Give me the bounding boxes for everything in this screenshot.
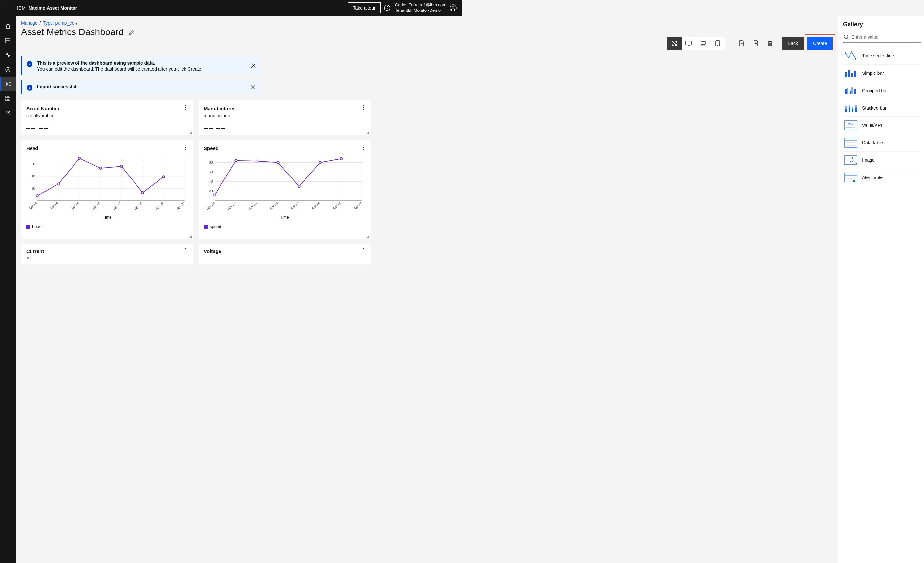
nav-explore-icon[interactable] [0, 63, 16, 76]
svg-rect-19 [9, 96, 10, 98]
card-value [26, 124, 188, 130]
menu-icon[interactable] [0, 0, 16, 16]
info-icon: i [27, 85, 33, 91]
svg-point-65 [141, 192, 144, 194]
svg-text:Apr 18: Apr 18 [134, 201, 143, 210]
svg-text:Apr 20: Apr 20 [176, 201, 185, 210]
card-title: Current [26, 249, 188, 254]
edit-title-icon[interactable] [128, 29, 135, 36]
svg-point-99 [340, 157, 342, 160]
card-title: Head [26, 145, 188, 151]
user-text: Carlos.Ferreira1@ibm.com TenantId: Monit… [395, 2, 446, 13]
y-tick: 100 [26, 256, 188, 260]
svg-text:40: 40 [32, 174, 35, 178]
resize-handle-icon[interactable]: ◢ [189, 130, 192, 134]
user-block[interactable]: Carlos.Ferreira1@ibm.com TenantId: Monit… [395, 2, 457, 13]
close-icon[interactable] [251, 63, 255, 69]
card-speed-chart[interactable]: Speed ⋮ 20406080Apr 13Apr 14Apr 15Apr 16… [198, 140, 371, 238]
svg-text:Apr 14: Apr 14 [227, 201, 237, 210]
overflow-menu-icon[interactable]: ⋮ [183, 250, 189, 252]
svg-point-94 [235, 159, 237, 162]
notification-preview: i This is a preview of the dashboard usi… [21, 57, 260, 75]
notification-import: i Import successful [21, 80, 260, 94]
brand-product: Maximo Asset Monitor [28, 5, 77, 10]
nav-monitor-icon[interactable] [0, 78, 16, 91]
svg-rect-18 [6, 96, 7, 98]
chart-xlabel: Time [204, 215, 366, 220]
svg-point-11 [9, 56, 10, 57]
overflow-menu-icon[interactable]: ⋮ [360, 250, 366, 252]
svg-point-61 [57, 183, 59, 186]
svg-point-23 [9, 112, 10, 113]
svg-text:Apr 20: Apr 20 [353, 201, 363, 210]
svg-point-10 [6, 53, 8, 55]
svg-line-12 [7, 54, 9, 56]
svg-point-96 [277, 162, 279, 164]
svg-text:80: 80 [209, 160, 213, 165]
breadcrumb: Manage / Type: pump_co / [21, 20, 462, 25]
resize-handle-icon[interactable]: ◢ [367, 234, 369, 238]
take-tour-button[interactable]: Take a tour [348, 2, 381, 13]
avatar-icon[interactable] [450, 4, 457, 12]
legend-label: speed [210, 224, 221, 229]
svg-text:60: 60 [209, 170, 213, 174]
nav-users-icon[interactable] [0, 106, 16, 120]
overflow-menu-icon[interactable]: ⋮ [183, 146, 189, 148]
help-icon[interactable]: ? [381, 0, 394, 16]
svg-point-63 [99, 167, 102, 169]
svg-text:40: 40 [209, 180, 213, 183]
legend-label: head [32, 224, 42, 229]
page-title: Asset Metrics Dashboard [21, 27, 124, 37]
svg-text:Apr 17: Apr 17 [112, 201, 122, 210]
card-title: Voltage [204, 249, 366, 254]
svg-point-93 [214, 193, 216, 196]
card-value [204, 124, 366, 130]
svg-text:Apr 13: Apr 13 [28, 201, 38, 210]
svg-rect-20 [6, 99, 7, 101]
resize-handle-icon[interactable]: ◢ [189, 234, 192, 238]
svg-text:Apr 15: Apr 15 [70, 201, 80, 210]
overflow-menu-icon[interactable]: ⋮ [183, 106, 189, 109]
svg-text:Apr 16: Apr 16 [269, 201, 279, 210]
svg-point-64 [120, 165, 123, 168]
nav-apps-icon[interactable] [0, 92, 16, 105]
svg-text:Apr 19: Apr 19 [154, 201, 164, 210]
close-icon[interactable] [251, 85, 255, 90]
brand: IBM Maximo Asset Monitor [17, 5, 77, 10]
resize-handle-icon[interactable]: ◢ [367, 130, 369, 134]
svg-text:20: 20 [32, 186, 35, 190]
card-current[interactable]: Current ⋮ 100 [21, 244, 193, 264]
brand-prefix: IBM [17, 5, 26, 10]
svg-text:Apr 16: Apr 16 [91, 201, 101, 210]
nav-dashboard-icon[interactable] [0, 34, 16, 47]
main-content: Manage / Type: pump_co / Asset Metrics D… [16, 16, 462, 282]
card-title: Speed [204, 145, 366, 151]
nav-connections-icon[interactable] [0, 49, 16, 62]
card-manufacturer[interactable]: Manufacturer manufacturer ⋮ ◢ [198, 100, 371, 135]
svg-text:Apr 15: Apr 15 [248, 201, 258, 210]
svg-text:Apr 13: Apr 13 [206, 201, 216, 210]
svg-point-62 [78, 157, 81, 159]
svg-text:?: ? [386, 6, 388, 10]
head-chart: 204060Apr 13Apr 14Apr 15Apr 16Apr 17Apr … [26, 151, 188, 213]
overflow-menu-icon[interactable]: ⋮ [360, 146, 366, 148]
svg-point-6 [452, 6, 454, 8]
svg-text:Apr 17: Apr 17 [290, 201, 299, 210]
svg-text:Apr 19: Apr 19 [332, 201, 342, 210]
svg-point-98 [319, 162, 321, 164]
speed-chart: 20406080Apr 13Apr 14Apr 15Apr 16Apr 17Ap… [204, 151, 366, 213]
breadcrumb-type[interactable]: Type: pump_co [43, 20, 74, 25]
svg-point-66 [162, 175, 165, 178]
notif-body: You can edit the dashboard. The dashboar… [37, 66, 202, 72]
nav-home-icon[interactable] [0, 20, 16, 33]
overflow-menu-icon[interactable]: ⋮ [360, 106, 366, 109]
card-voltage[interactable]: Voltage ⋮ [198, 244, 371, 264]
card-serial-number[interactable]: Serial Number serialNumber ⋮ ◢ [21, 100, 193, 135]
chart-xlabel: Time [26, 215, 188, 220]
tenant-id: TenantId: Monitor-Demo [395, 8, 446, 13]
left-nav-rail [0, 16, 16, 282]
breadcrumb-manage[interactable]: Manage [21, 20, 38, 25]
chart-legend: speed [204, 224, 366, 229]
card-subtitle: manufacturer [204, 113, 366, 118]
card-head-chart[interactable]: Head ⋮ 204060Apr 13Apr 14Apr 15Apr 16Apr… [21, 140, 193, 238]
